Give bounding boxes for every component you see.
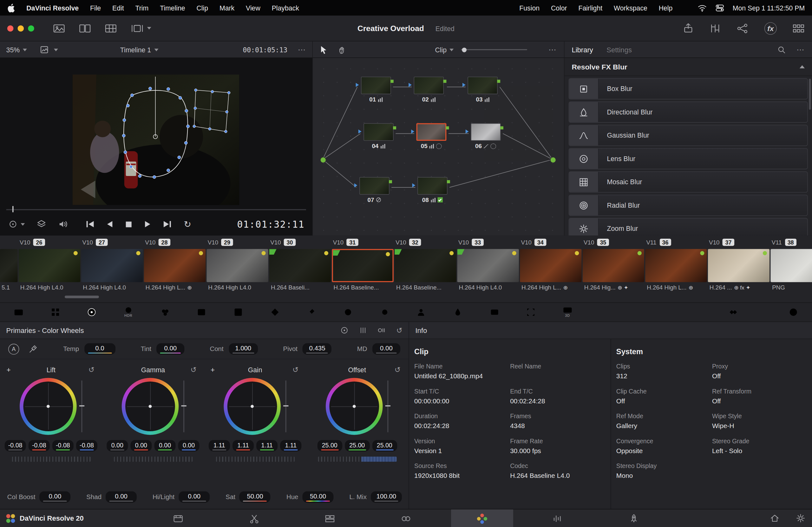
video-frame[interactable] [73,74,240,205]
node-02[interactable]: 02 [413,77,445,106]
sizing-icon[interactable] [525,307,536,318]
col-boost-value[interactable]: 0.00 [39,491,70,502]
lift-y-value[interactable]: -0.08 [5,440,26,452]
audio-mute-icon[interactable] [58,219,69,229]
clip-37[interactable]: V1037 H.264 ...⊕ fx ✦ [708,236,769,293]
gain-y-value[interactable]: 1.11 [209,440,230,452]
color-match-icon[interactable] [50,307,61,318]
clip-36[interactable]: V1136 H.264 High L...⊕ [645,236,707,293]
offset-reset-icon[interactable] [395,366,401,374]
node-01[interactable]: 01 [360,77,392,106]
loop-button[interactable] [184,219,191,230]
clip-38[interactable]: V1138 PNG [770,236,812,293]
magic-mask-icon[interactable] [416,307,426,318]
library-category-header[interactable]: Resolve FX Blur [565,58,812,76]
fx-mosaic-blur[interactable]: Mosaic Blur [569,171,808,192]
color-warper-icon[interactable] [270,307,280,318]
collapse-chevron-icon[interactable] [800,65,805,69]
camera-raw-icon[interactable] [13,307,24,318]
node-options-kebab[interactable] [548,45,557,54]
motion-effects-icon[interactable] [196,307,207,318]
project-home-icon[interactable] [769,513,780,524]
node-enabled-checkbox[interactable] [437,197,443,202]
tracker-icon[interactable] [379,307,390,318]
offset-color-wheel[interactable] [326,378,383,435]
clip-28[interactable]: V1028 H.264 High L...⊕ [144,236,205,293]
output-node-dot[interactable] [550,157,556,163]
page-color-active[interactable] [451,510,513,527]
clip-32[interactable]: V1032 H.264 Baseline... [395,236,456,293]
workspace-grid-icon[interactable] [792,23,805,34]
clip-thumbnail[interactable] [395,249,456,282]
node-06[interactable]: 06 [470,123,502,152]
lift-b-value[interactable]: -0.08 [76,440,97,452]
clip-flag-dot[interactable] [512,251,517,255]
go-to-start-button[interactable] [86,221,94,228]
viewer-zoom-dropdown[interactable]: 35% [6,46,27,53]
color-wheels-icon[interactable] [87,307,97,318]
clip-flag-dot[interactable] [700,251,704,255]
primaries-log-mode-icon[interactable] [378,326,386,335]
clip-31-current[interactable]: V1031 H.264 Baseline... [332,236,394,293]
fx-lens-blur[interactable]: Lens Blur [569,148,808,169]
play-button[interactable] [145,221,151,228]
clip-strip-scrollbar[interactable] [65,295,99,298]
clip-thumbnail[interactable] [0,249,18,282]
node-tree-icon[interactable] [737,23,749,34]
go-to-end-button[interactable] [163,221,171,228]
gain-b-value[interactable]: 1.11 [280,440,301,452]
menu-fairlight[interactable]: Fairlight [579,4,603,11]
timeline-selector-dropdown[interactable]: Timeline 1 [120,46,158,53]
timeline-compare-icon[interactable] [710,23,721,34]
clip-thumbnail[interactable] [144,249,205,282]
curves-icon[interactable] [233,307,244,318]
menu-mark[interactable]: Mark [219,4,234,11]
clip-thumbnail[interactable] [583,249,644,282]
clip-25-partial[interactable]: 5.1 [0,236,18,293]
clip-flag-dot[interactable] [575,251,579,255]
node-graph[interactable]: 01 02 03 04 05 06 [313,58,564,236]
gain-g-value[interactable]: 1.11 [256,440,277,452]
clip-flag-dot[interactable] [324,251,328,255]
search-icon[interactable] [777,45,786,54]
keyframes-icon[interactable] [726,307,738,318]
fx-box-blur[interactable]: Box Blur [569,78,808,100]
lightbox-view-icon[interactable] [105,23,117,34]
gamma-r-value[interactable]: 0.00 [130,440,151,452]
stereo-3d-icon[interactable]: 3D [562,307,573,318]
tab-library[interactable]: Library [571,46,593,53]
stop-button[interactable] [125,221,132,228]
clip-34[interactable]: V1034 H.264 High L...⊕ [520,236,581,293]
clip-27[interactable]: V1027 H.264 High L4.0 [81,236,143,293]
jog-mode-dropdown[interactable] [8,219,25,229]
clip-flag-dot[interactable] [638,251,642,255]
clip-33[interactable]: V1033 H.264 High L4.0 [458,236,519,293]
clips-view-icon[interactable] [53,23,66,34]
clip-flag-dot[interactable] [261,251,265,255]
gallery-view-icon[interactable] [79,23,91,34]
zoom-window-button[interactable] [28,25,34,31]
rgb-mixer-icon[interactable] [160,307,170,318]
menu-fusion[interactable]: Fusion [519,4,539,11]
contrast-value[interactable]: 1.000 [229,343,258,354]
menu-color[interactable]: Color [551,4,567,11]
gamma-g-value[interactable]: 0.00 [155,440,176,452]
lift-reset-icon[interactable] [88,366,95,374]
blur-palette-icon[interactable] [453,307,463,318]
page-cut[interactable] [223,510,285,527]
clip-thumbnail[interactable] [770,249,812,282]
minimize-window-button[interactable] [18,25,24,31]
clip-thumbnail[interactable] [332,249,394,282]
effects-fx-button[interactable]: fx [765,22,777,34]
clip-26[interactable]: V1026 H.264 High L4.0 [19,236,80,293]
primaries-bars-mode-icon[interactable] [359,326,367,335]
menu-view[interactable]: View [246,4,260,11]
clip-29[interactable]: V1029 H.264 High L4.0 [206,236,268,293]
viewer-playhead[interactable] [12,206,13,213]
midtone-detail-value[interactable]: 0.00 [372,343,400,354]
tint-value[interactable]: 0.00 [156,343,184,354]
clip-flag-dot[interactable] [199,251,203,255]
lum-mix-value[interactable]: 100.00 [371,491,402,502]
gain-color-wheel[interactable] [223,378,281,435]
info-icon[interactable] [788,307,799,318]
